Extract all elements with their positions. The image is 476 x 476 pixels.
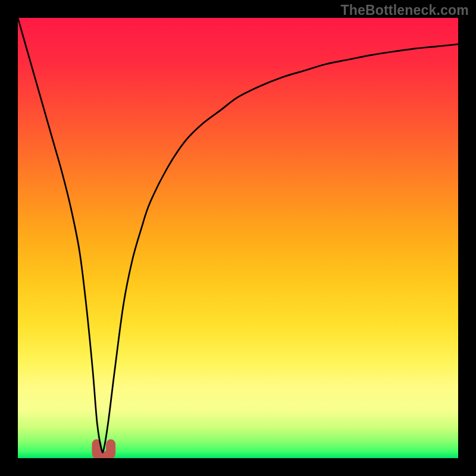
chart-frame: TheBottleneck.com — [0, 0, 476, 476]
plot-area — [18, 18, 458, 458]
curve-layer — [18, 18, 458, 458]
watermark-text: TheBottleneck.com — [340, 2, 469, 18]
bottleneck-curve — [18, 18, 458, 453]
